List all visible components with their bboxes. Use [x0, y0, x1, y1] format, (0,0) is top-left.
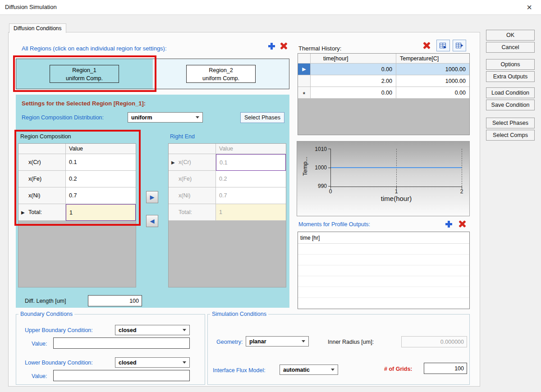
right-end-title: Right End [170, 133, 195, 140]
add-moment-button[interactable] [443, 218, 454, 230]
moments-list[interactable]: time [hr] [298, 232, 470, 309]
interface-flux-dropdown[interactable]: automatic [280, 365, 338, 375]
x-tick-label: 1 [391, 188, 402, 195]
region-composition-grid[interactable]: Value x(Cr) 0.1 x(Fe) 0.2 x(Ni) 0.7 ▶ To… [18, 143, 136, 287]
right-end-grid: Value ▶ x(Cr) 0.1 x(Fe) 0.2 x(Ni) 0.7 To… [168, 143, 286, 287]
inner-radius-label: Inner Radius [um]: [328, 339, 374, 345]
region-2-name: Region_2 [187, 66, 255, 74]
row-header-xni: x(Ni) [18, 187, 66, 204]
composition-row: x(Cr) 0.1 [18, 154, 136, 171]
moment-list-row [298, 298, 469, 309]
delete-thermal-row-button[interactable] [421, 40, 432, 51]
select-comps-button[interactable]: Select Comps [486, 130, 535, 141]
add-region-button[interactable] [266, 40, 277, 52]
y-tick-label: 1010 [310, 146, 327, 152]
distribution-label: Region Composition Distribution: [22, 114, 104, 121]
row-header-xfe: x(Fe) [169, 171, 216, 187]
current-row-marker-icon: ▶ [21, 210, 25, 215]
composition-row: x(Ni) 0.7 [18, 187, 136, 204]
distribution-value: uniform [131, 114, 152, 121]
current-row-marker-icon: ▶ [298, 64, 311, 75]
cell-xni: 0.7 [216, 187, 286, 204]
thermal-history-label: Thermal History: [298, 45, 341, 52]
distribution-dropdown[interactable]: uniform [128, 112, 203, 123]
chart-y-axis-label: Temp... [302, 148, 308, 185]
temperature-series-line [331, 167, 462, 168]
inner-radius-input [401, 336, 467, 347]
select-phases-side-button[interactable]: Select Phases [486, 118, 535, 128]
lower-value-label: Value: [32, 373, 47, 379]
temperature-cell[interactable]: 0.00 [396, 87, 469, 99]
copy-right-button[interactable]: ▶ [146, 191, 158, 203]
cell-xfe: 0.2 [216, 171, 286, 187]
simulation-conditions-group [207, 314, 470, 385]
copy-left-button[interactable]: ◀ [146, 215, 158, 227]
upper-boundary-dropdown[interactable]: closed [115, 325, 190, 335]
geometry-value: planar [249, 338, 266, 345]
arrow-right-icon: ▶ [150, 194, 155, 201]
moment-list-row [298, 265, 469, 276]
region-1-box[interactable]: Region_1 uniform Comp. [50, 65, 119, 83]
thermal-export-table-button[interactable] [453, 40, 466, 51]
time-cell[interactable]: 0.00 [311, 64, 396, 75]
cell-xni[interactable]: 0.7 [66, 187, 136, 204]
delete-x-icon [422, 41, 431, 50]
moments-column-header: time [hr] [298, 232, 469, 244]
corner-cell [169, 144, 216, 154]
options-button[interactable]: Options [486, 59, 535, 70]
chevron-down-icon [196, 116, 199, 119]
chevron-down-icon [302, 340, 305, 342]
cancel-button[interactable]: Cancel [486, 42, 535, 53]
y-tick-mark [328, 149, 330, 149]
dashed-gridline [462, 149, 462, 187]
upper-value-label: Value: [32, 341, 47, 347]
geometry-dropdown[interactable]: planar [246, 336, 309, 346]
load-condition-button[interactable]: Load Condition [486, 87, 535, 98]
ok-button[interactable]: OK [486, 30, 535, 41]
plus-icon [268, 42, 275, 50]
y-tick-mark [328, 168, 330, 168]
x-tick-label: 0 [325, 188, 336, 195]
cell-xfe[interactable]: 0.2 [66, 171, 136, 187]
lower-boundary-value-input[interactable] [53, 370, 190, 381]
thermal-row-new: * 0.00 0.00 [298, 87, 469, 99]
delete-moment-button[interactable] [456, 218, 468, 230]
row-header-total: Total: [169, 204, 216, 221]
delete-x-icon [280, 42, 288, 50]
save-condition-button[interactable]: Save Condition [486, 100, 535, 110]
upper-boundary-value: closed [119, 327, 137, 333]
upper-boundary-value-input[interactable] [53, 337, 190, 349]
chevron-down-icon [183, 329, 186, 331]
moment-list-row [298, 287, 469, 298]
arrow-left-icon: ◀ [150, 218, 155, 224]
region-2-box[interactable]: Region_2 uniform Comp. [186, 65, 256, 83]
region-2-cell[interactable]: Region_2 uniform Comp. [152, 59, 289, 89]
cell-total[interactable]: 1 [66, 204, 136, 221]
time-cell[interactable]: 2.00 [311, 75, 396, 87]
cell-xcr[interactable]: 0.1 [66, 154, 136, 171]
moment-list-row [298, 244, 469, 255]
thermal-history-grid[interactable]: time[hour] Temperature[C] ▶ 0.00 1000.00… [298, 53, 470, 135]
extra-outputs-button[interactable]: Extra Outputs [486, 71, 535, 82]
plus-icon [445, 220, 453, 228]
time-cell[interactable]: 0.00 [311, 87, 396, 99]
num-grids-input[interactable] [424, 363, 467, 374]
moment-list-row [298, 276, 469, 287]
settings-title: Settings for the Selected Region [Region… [22, 100, 146, 107]
temperature-cell[interactable]: 1000.00 [396, 64, 469, 75]
lower-boundary-value: closed [119, 360, 137, 366]
temperature-cell[interactable]: 1000.00 [396, 75, 469, 87]
tab-diffusion-conditions[interactable]: Diffusion Conditions [9, 23, 66, 33]
region-1-cell[interactable]: Region_1 uniform Comp. [16, 59, 152, 89]
temperature-column-header: Temperature[C] [396, 54, 469, 64]
thermal-import-table-button[interactable] [436, 40, 450, 51]
diff-length-input[interactable] [88, 295, 142, 306]
select-phases-button[interactable]: Select Phases [240, 112, 284, 123]
region-2-type: uniform Comp. [187, 74, 255, 82]
value-column-header: Value [216, 144, 286, 154]
close-icon[interactable]: × [519, 0, 539, 14]
delete-region-button[interactable] [278, 40, 289, 52]
lower-boundary-dropdown[interactable]: closed [115, 357, 190, 368]
moments-label: Moments for Profile Outputs: [298, 221, 370, 228]
title-bar: Diffusion Simulation × [0, 0, 541, 15]
